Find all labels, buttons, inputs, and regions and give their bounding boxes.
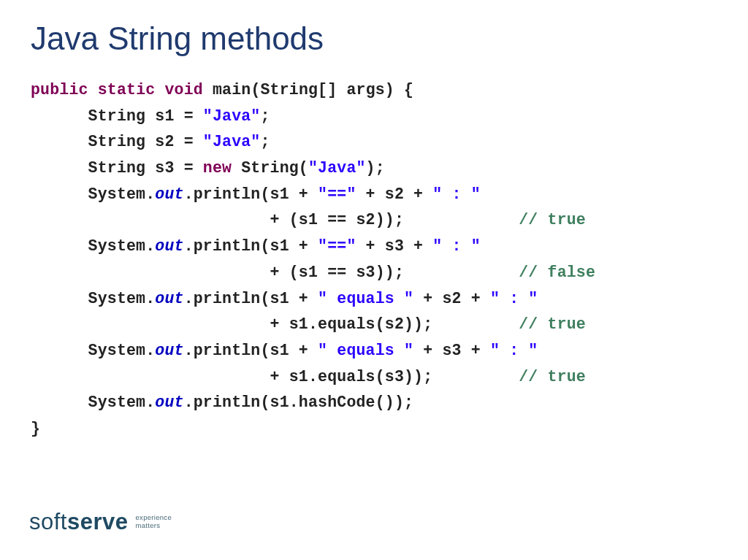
t: + s2 +	[356, 185, 433, 203]
t: .println(s1 +	[184, 342, 318, 359]
t: .println(s1 +	[184, 237, 318, 255]
logo-tagline: experience matters	[136, 514, 172, 530]
str: "=="	[318, 185, 356, 203]
logo: softserve experience matters	[29, 509, 172, 535]
cmt: // true	[519, 315, 586, 333]
str: " : "	[432, 185, 481, 203]
t: System.	[31, 394, 155, 411]
t: String s1 =	[31, 107, 203, 125]
str: " equals "	[318, 342, 413, 359]
t: + (s1 == s2));	[31, 211, 519, 229]
str: "Java"	[203, 107, 261, 125]
t: String s2 =	[31, 133, 203, 150]
fld-out: out	[155, 394, 183, 411]
t: );	[366, 159, 385, 177]
t: String(	[232, 159, 308, 177]
t: + s1.equals(s3));	[31, 368, 519, 386]
code-block: public static void main(String[] args) {…	[31, 77, 717, 442]
str: "=="	[318, 237, 356, 255]
logo-soft: soft	[29, 509, 67, 534]
kw-new: new	[203, 159, 232, 177]
str: " : "	[432, 237, 481, 255]
t: + s2 +	[413, 290, 490, 307]
t: System.	[31, 342, 155, 359]
logo-serve: serve	[67, 509, 129, 534]
logo-tag-line2: matters	[136, 522, 172, 530]
str: " equals "	[318, 290, 413, 307]
t: }	[31, 420, 40, 437]
str: "Java"	[203, 133, 261, 150]
logo-wordmark: softserve	[29, 509, 129, 535]
fld-out: out	[155, 185, 183, 203]
t: .println(s1 +	[184, 185, 318, 203]
fld-out: out	[155, 342, 183, 359]
t: + s3 +	[356, 237, 433, 255]
cmt: // true	[519, 211, 586, 229]
t: String s3 =	[31, 159, 203, 177]
t: System.	[31, 237, 155, 255]
t	[155, 81, 164, 99]
t: + (s1 == s3));	[31, 264, 519, 281]
cmt: // false	[519, 264, 595, 281]
str: "Java"	[308, 159, 366, 177]
fld-out: out	[155, 290, 183, 307]
str: " : "	[490, 342, 538, 359]
t: System.	[31, 185, 155, 203]
str: " : "	[490, 290, 538, 307]
t: System.	[31, 290, 155, 307]
slide-title: Java String methods	[31, 20, 717, 57]
t	[88, 81, 98, 99]
t: .println(s1 +	[184, 290, 318, 307]
fld-out: out	[155, 237, 183, 255]
slide: Java String methods public static void m…	[0, 0, 748, 442]
t: main(String[] args) {	[203, 81, 413, 99]
kw-void: void	[164, 81, 202, 99]
kw-static: static	[98, 81, 156, 99]
t: ;	[260, 133, 270, 150]
t: + s1.equals(s2));	[31, 315, 519, 333]
cmt: // true	[519, 368, 586, 386]
t: ;	[260, 107, 270, 125]
t: .println(s1.hashCode());	[184, 394, 413, 411]
t: + s3 +	[413, 342, 490, 359]
kw-public: public	[31, 81, 88, 99]
